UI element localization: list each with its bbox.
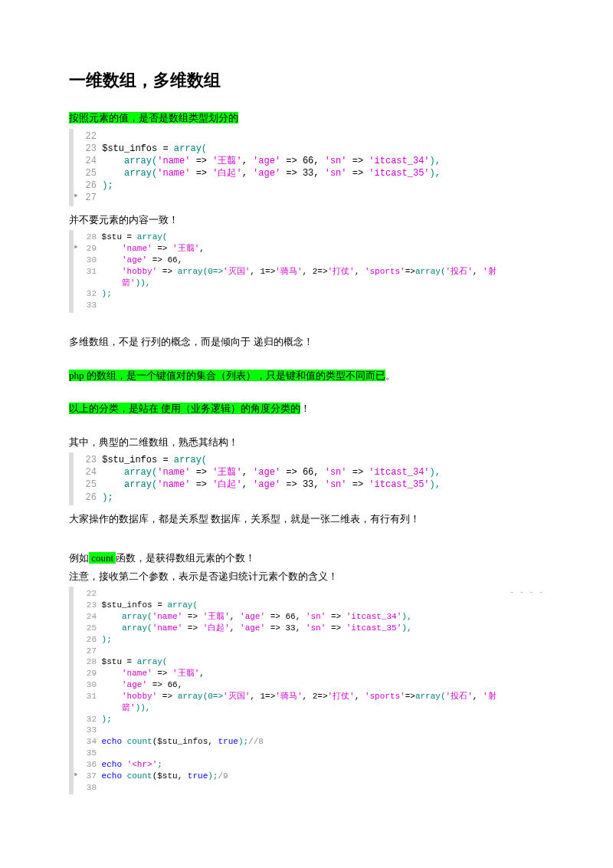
para-4: php 的数组，是一个键值对的集合（列表），只是键和值的类型不同而已。 <box>69 368 544 383</box>
collapse-marker: - - - - <box>510 588 544 597</box>
para-9: 注意，接收第二个参数，表示是否递归统计元素个数的含义！ <box>69 569 544 584</box>
para-2: 并不要元素的内容一致！ <box>69 212 544 228</box>
code-block-3: 23 $stu_infos = array( 24 array('name' =… <box>69 452 544 505</box>
code-block-1: 22 23 $stu_infos = array( 24 array('name… <box>69 129 544 206</box>
code-block-2: 28 $stu = array( 29 'name' => '王翦', 30 '… <box>69 230 544 313</box>
para-3: 多维数组，不是 行列的概念，而是倾向于 递归的概念！ <box>69 334 544 350</box>
code-block-4: - - - - 22 23 $stu_infos = array( 24 arr… <box>69 587 544 794</box>
para-5: 以上的分类，是站在 使用（业务逻辑）的角度分类的！ <box>69 401 544 416</box>
highlight-para-1: 按照元素的值，是否是数组类型划分的 <box>69 110 544 126</box>
para-8: 例如 count 函数，是获得数组元素的个数！ <box>69 551 544 566</box>
para-6: 其中，典型的二维数组，熟悉其结构！ <box>69 435 544 450</box>
para-7: 大家操作的数据库，都是关系型 数据库，关系型，就是一张二维表，有行有列！ <box>69 511 544 527</box>
page-title: 一维数组，多维数组 <box>69 69 544 92</box>
